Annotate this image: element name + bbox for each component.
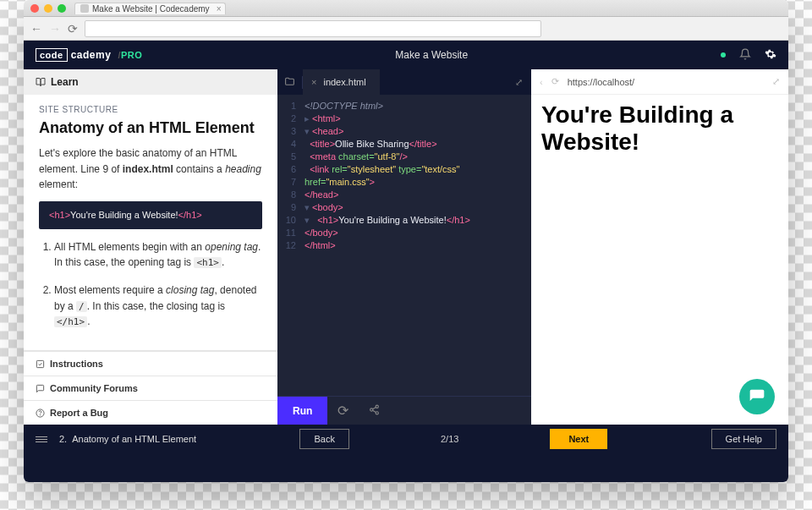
lesson-panel: Learn SITE STRUCTURE Anatomy of an HTML … <box>24 69 277 425</box>
app-body: Learn SITE STRUCTURE Anatomy of an HTML … <box>24 69 788 425</box>
preview-back-icon[interactable]: ‹ <box>540 77 543 87</box>
tab-title: Make a Website | Codecademy <box>92 4 210 14</box>
progress-indicator: 2/13 <box>441 434 458 444</box>
svg-point-4 <box>370 408 373 410</box>
editor-tabbar: × index.html ⤢ <box>277 69 531 95</box>
folder-icon[interactable] <box>277 76 303 89</box>
line-gutter: 123456789101112 <box>277 95 303 396</box>
browser-toolbar: ← → ⟳ <box>24 17 788 41</box>
reset-icon[interactable]: ⟳ <box>327 403 359 419</box>
app-root: codecademy /PRO Make a Website Learn <box>24 41 788 482</box>
checkbox-icon <box>36 359 45 369</box>
preview-url: https://localhost/ <box>568 77 635 87</box>
lesson-intro: Let's explore the basic anatomy of an HT… <box>39 145 262 193</box>
tab-forums[interactable]: Community Forums <box>24 376 277 400</box>
logo-badge: /PRO <box>118 50 142 60</box>
logo[interactable]: codecademy /PRO <box>36 48 142 62</box>
forward-icon[interactable]: → <box>49 22 61 36</box>
book-icon <box>36 77 46 87</box>
preview-expand-icon[interactable]: ⤢ <box>772 76 780 87</box>
lesson-content[interactable]: SITE STRUCTURE Anatomy of an HTML Elemen… <box>24 95 277 350</box>
run-button[interactable]: Run <box>277 397 327 425</box>
address-input[interactable] <box>85 20 541 37</box>
footer-lesson-title: Anatomy of an HTML Element <box>72 434 196 444</box>
editor-tab[interactable]: × index.html <box>303 69 380 95</box>
traffic-lights <box>30 4 66 13</box>
tab-instructions[interactable]: Instructions <box>24 351 277 376</box>
help-icon <box>36 409 45 418</box>
bottom-bar: 2. Anatomy of an HTML Element Back 2/13 … <box>24 425 788 453</box>
browser-tab[interactable]: Make a Website | Codecademy × <box>74 3 226 14</box>
lesson-point-1: All HTML elements begin with an opening … <box>54 239 262 271</box>
next-button[interactable]: Next <box>550 429 607 449</box>
chat-bubble-icon <box>749 388 765 405</box>
code-example: <h1>You're Building a Website!</h1> <box>39 201 262 229</box>
lesson-tabs: Instructions Community Forums Report a B… <box>24 350 277 425</box>
gear-icon[interactable] <box>765 48 776 63</box>
favicon-icon <box>80 4 89 13</box>
svg-point-3 <box>376 405 378 408</box>
lesson-title: Anatomy of an HTML Element <box>39 119 262 137</box>
editor-footer: Run ⟳ <box>277 396 531 425</box>
editor-panel: × index.html ⤢ 123456789101112 <!DOCTYPE… <box>277 69 531 425</box>
browser-window: Make a Website | Codecademy × ← → ⟳ code… <box>24 0 788 482</box>
close-icon[interactable] <box>30 4 39 13</box>
back-icon[interactable]: ← <box>30 22 42 36</box>
tab-bug[interactable]: Report a Bug <box>24 400 277 425</box>
preview-toolbar: ‹ ⟳ https://localhost/ ⤢ <box>531 69 788 95</box>
minimize-icon[interactable] <box>44 4 52 13</box>
svg-rect-0 <box>36 360 43 367</box>
editor-filename: index.html <box>323 77 365 87</box>
chat-icon <box>36 384 45 393</box>
tab-close-icon[interactable]: × <box>311 77 316 87</box>
lesson-point-2: Most elements require a closing tag, den… <box>54 282 262 330</box>
browser-titlebar: Make a Website | Codecademy × <box>24 0 788 17</box>
tab-close-icon[interactable]: × <box>217 4 222 14</box>
preview-body: You're Building a Website! <box>531 95 788 162</box>
code-area[interactable]: 123456789101112 <!DOCTYPE html> ▸ <html>… <box>277 95 531 396</box>
status-indicator-icon <box>721 52 726 58</box>
back-button[interactable]: Back <box>299 429 348 449</box>
footer-lesson-num: 2. <box>59 434 67 444</box>
logo-suffix: cademy <box>71 49 112 61</box>
menu-icon[interactable] <box>36 436 47 442</box>
maximize-icon[interactable] <box>58 4 66 13</box>
preview-reload-icon[interactable]: ⟳ <box>551 76 559 87</box>
preview-panel: ‹ ⟳ https://localhost/ ⤢ You're Building… <box>531 69 788 425</box>
learn-label: Learn <box>51 76 79 88</box>
svg-point-5 <box>376 411 378 414</box>
code-lines[interactable]: <!DOCTYPE html> ▸ <html> ▾ <head> <title… <box>303 95 531 396</box>
expand-icon[interactable]: ⤢ <box>515 77 523 88</box>
lesson-eyebrow: SITE STRUCTURE <box>39 105 262 114</box>
help-button[interactable]: Get Help <box>711 429 776 449</box>
logo-prefix: code <box>36 48 68 62</box>
preview-heading: You're Building a Website! <box>541 101 778 156</box>
bell-icon[interactable] <box>739 48 751 63</box>
share-icon[interactable] <box>359 403 390 419</box>
app-header: codecademy /PRO Make a Website <box>24 41 788 69</box>
course-title: Make a Website <box>142 49 721 61</box>
reload-icon[interactable]: ⟳ <box>68 22 78 36</box>
learn-header: Learn <box>24 69 277 95</box>
chat-fab[interactable] <box>739 379 775 414</box>
